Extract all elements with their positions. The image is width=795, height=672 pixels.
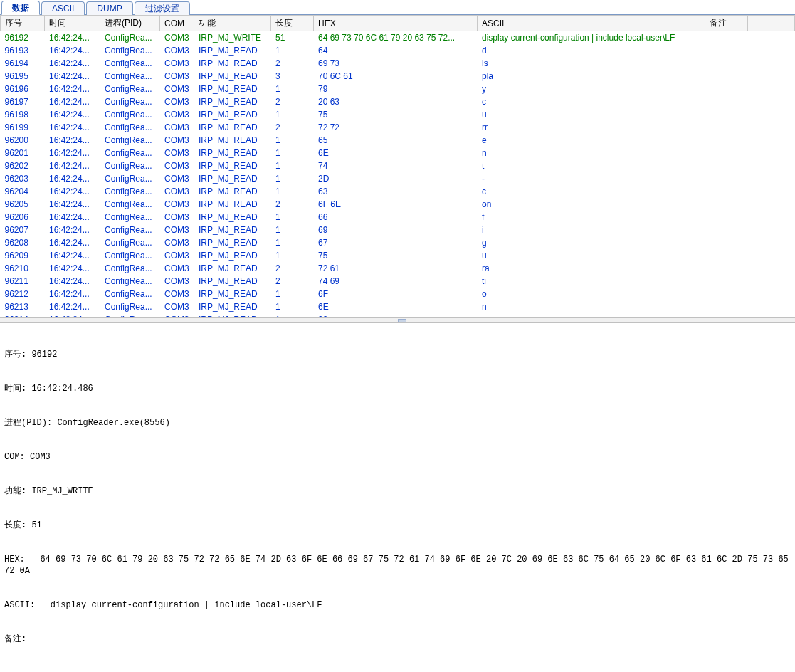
cell-len: 2 (271, 121, 314, 134)
cell-com: COM3 (160, 121, 194, 134)
cell-time: 16:42:24... (45, 83, 100, 95)
cell-note (705, 172, 748, 185)
cell-time: 16:42:24... (45, 121, 100, 134)
table-row[interactable]: 9620916:42:24...ConfigRea...COM3IRP_MJ_R… (1, 249, 795, 262)
cell-hex: 74 (314, 159, 478, 172)
detail-com-label: COM: (4, 452, 25, 462)
cell-proc: ConfigRea... (100, 300, 160, 313)
detail-seq-value: 96192 (31, 350, 57, 359)
table-row[interactable]: 9620816:42:24...ConfigRea...COM3IRP_MJ_R… (1, 236, 795, 249)
table-row[interactable]: 9619316:42:24...ConfigRea...COM3IRP_MJ_R… (1, 44, 795, 57)
table-row[interactable]: 9620016:42:24...ConfigRea...COM3IRP_MJ_R… (1, 134, 795, 147)
detail-time-label: 时间: (4, 384, 26, 394)
col-note[interactable]: 备注 (705, 16, 748, 31)
table-row[interactable]: 9620116:42:24...ConfigRea...COM3IRP_MJ_R… (1, 147, 795, 159)
col-len-label: 长度 (275, 18, 293, 28)
cell-tail (748, 44, 795, 57)
cell-hex: 63 (314, 185, 478, 198)
cell-hex: 70 6C 61 (314, 70, 478, 83)
cell-func: IRP_MJ_READ (194, 198, 271, 211)
table-row[interactable]: 9619816:42:24...ConfigRea...COM3IRP_MJ_R… (1, 108, 795, 121)
col-tail (748, 16, 795, 31)
cell-com: COM3 (160, 70, 194, 83)
table-row[interactable]: 9619616:42:24...ConfigRea...COM3IRP_MJ_R… (1, 83, 795, 95)
table-row[interactable]: 9620316:42:24...ConfigRea...COM3IRP_MJ_R… (1, 172, 795, 185)
col-time-label: 时间 (49, 18, 66, 28)
tab-data-label: 数据 (12, 3, 29, 13)
col-hex[interactable]: HEX (314, 16, 478, 31)
cell-func: IRP_MJ_READ (194, 57, 271, 70)
cell-tail (748, 147, 795, 159)
tab-dump[interactable]: DUMP (86, 1, 132, 15)
cell-note (705, 262, 748, 275)
col-com[interactable]: COM (160, 16, 194, 31)
col-proc[interactable]: 进程(PID) (100, 16, 160, 31)
cell-proc: ConfigRea... (100, 262, 160, 275)
table-row[interactable]: 9619916:42:24...ConfigRea...COM3IRP_MJ_R… (1, 121, 795, 134)
cell-note (705, 108, 748, 121)
cell-seq: 96206 (1, 211, 45, 224)
cell-note (705, 147, 748, 159)
tab-data[interactable]: 数据 (1, 1, 40, 15)
col-ascii[interactable]: ASCII (478, 16, 705, 31)
cell-com: COM3 (160, 211, 194, 224)
table-row[interactable]: 9620416:42:24...ConfigRea...COM3IRP_MJ_R… (1, 185, 795, 198)
col-func[interactable]: 功能 (194, 16, 271, 31)
tab-ascii[interactable]: ASCII (41, 1, 85, 15)
cell-ascii: c (478, 185, 705, 198)
cell-seq: 96210 (1, 262, 45, 275)
table-row[interactable]: 9619216:42:24...ConfigRea...COM3IRP_MJ_W… (1, 31, 795, 45)
cell-ascii: is (478, 57, 705, 70)
cell-seq: 96208 (1, 236, 45, 249)
horizontal-scrollbar[interactable] (0, 317, 795, 322)
cell-len: 1 (271, 288, 314, 300)
cell-hex: 64 69 73 70 6C 61 79 20 63 75 72... (314, 31, 478, 45)
col-time[interactable]: 时间 (45, 16, 100, 31)
table-row[interactable]: 9620216:42:24...ConfigRea...COM3IRP_MJ_R… (1, 159, 795, 172)
table-row[interactable]: 9619716:42:24...ConfigRea...COM3IRP_MJ_R… (1, 95, 795, 108)
cell-func: IRP_MJ_READ (194, 44, 271, 57)
cell-tail (748, 172, 795, 185)
cell-time: 16:42:24... (45, 262, 100, 275)
col-len[interactable]: 长度 (271, 16, 314, 31)
cell-tail (748, 211, 795, 224)
table-row[interactable]: 9620516:42:24...ConfigRea...COM3IRP_MJ_R… (1, 198, 795, 211)
table-row[interactable]: 9621116:42:24...ConfigRea...COM3IRP_MJ_R… (1, 275, 795, 288)
tab-filter[interactable]: 过滤设置 (135, 1, 190, 15)
col-com-label: COM (164, 19, 184, 28)
detail-com: COM: COM3 (4, 451, 791, 463)
detail-proc-label: 进程(PID): (4, 418, 52, 428)
col-seq[interactable]: 序号 (1, 16, 45, 31)
cell-len: 3 (271, 70, 314, 83)
cell-com: COM3 (160, 198, 194, 211)
table-row[interactable]: 9619416:42:24...ConfigRea...COM3IRP_MJ_R… (1, 57, 795, 70)
cell-ascii: pla (478, 70, 705, 83)
cell-com: COM3 (160, 57, 194, 70)
table-row[interactable]: 9621316:42:24...ConfigRea...COM3IRP_MJ_R… (1, 300, 795, 313)
cell-ascii: i (478, 224, 705, 236)
cell-ascii: u (478, 249, 705, 262)
detail-hex-value: 64 69 73 70 6C 61 79 20 63 75 72 72 65 6… (4, 555, 794, 576)
cell-proc: ConfigRea... (100, 108, 160, 121)
cell-proc: ConfigRea... (100, 147, 160, 159)
cell-time: 16:42:24... (45, 134, 100, 147)
cell-proc: ConfigRea... (100, 134, 160, 147)
cell-time: 16:42:24... (45, 95, 100, 108)
table-row[interactable]: 9621016:42:24...ConfigRea...COM3IRP_MJ_R… (1, 262, 795, 275)
cell-len: 1 (271, 249, 314, 262)
detail-com-value: COM3 (30, 452, 51, 462)
cell-tail (748, 31, 795, 45)
table-row[interactable]: 9620616:42:24...ConfigRea...COM3IRP_MJ_R… (1, 211, 795, 224)
cell-seq: 96195 (1, 70, 45, 83)
cell-proc: ConfigRea... (100, 95, 160, 108)
cell-hex: 66 (314, 211, 478, 224)
table-row[interactable]: 9619516:42:24...ConfigRea...COM3IRP_MJ_R… (1, 70, 795, 83)
cell-hex: 69 73 (314, 57, 478, 70)
table-row[interactable]: 9621216:42:24...ConfigRea...COM3IRP_MJ_R… (1, 288, 795, 300)
packet-table-scroll[interactable]: 序号 时间 进程(PID) COM 功能 长度 HEX ASCII 备注 961… (0, 15, 795, 317)
cell-note (705, 159, 748, 172)
cell-note (705, 134, 748, 147)
table-row[interactable]: 9620716:42:24...ConfigRea...COM3IRP_MJ_R… (1, 224, 795, 236)
cell-func: IRP_MJ_READ (194, 185, 271, 198)
cell-time: 16:42:24... (45, 224, 100, 236)
